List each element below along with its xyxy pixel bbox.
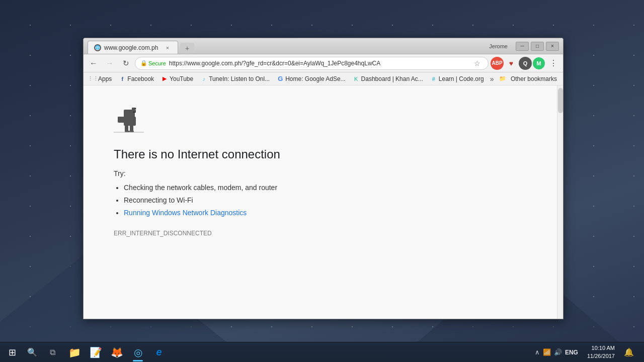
svg-rect-7 <box>118 117 121 121</box>
taskbar-search-button[interactable]: 🔍 <box>22 342 42 363</box>
bookmark-right-area: 📁 Other bookmarks <box>499 74 560 83</box>
chrome-icon: ◎ <box>134 346 142 358</box>
bookmark-khan-label: Dashboard | Khan Ac... <box>361 75 423 82</box>
extensions-area: ABP ♥ Q M <box>491 57 545 70</box>
svg-rect-4 <box>133 112 136 113</box>
other-bookmarks-label: Other bookmarks <box>511 75 557 82</box>
title-bar: 🌐 www.google.com.ph × + Jerome ─ □ × <box>84 38 563 54</box>
user-profile: Jerome <box>489 43 508 49</box>
browser-toolbar: ← → ↻ 🔒 Secure https://www.google.com.ph… <box>84 54 563 72</box>
maximize-button[interactable]: □ <box>531 42 544 51</box>
taskbar-app-edge[interactable]: e <box>149 342 169 363</box>
bookmark-tunein-label: TuneIn: Listen to Onl... <box>209 75 270 82</box>
tab-favicon: 🌐 <box>94 44 101 51</box>
bookmark-folder-icon: 📁 <box>499 75 506 82</box>
dino-illustration <box>114 106 527 135</box>
close-window-button[interactable]: × <box>546 42 559 51</box>
page-main: There is no Internet connection Try: Che… <box>84 85 557 319</box>
try-label: Try: <box>114 169 527 177</box>
heart-extension-button[interactable]: ♥ <box>505 57 518 70</box>
svg-rect-8 <box>125 125 128 132</box>
window-controls: ─ □ × <box>516 42 559 51</box>
tray-icons: ∧ 📶 🔊 ENG <box>531 348 582 356</box>
system-clock[interactable]: 10:10 AM 11/26/2017 <box>583 344 619 360</box>
svg-point-3 <box>135 108 136 110</box>
taskbar-app-chrome[interactable]: ◎ <box>128 342 148 363</box>
taskbar-app-firefox[interactable]: 🦊 <box>107 342 127 363</box>
tab-area: 🌐 www.google.com.ph × + <box>88 38 489 54</box>
notification-button[interactable]: 🔔 <box>620 342 638 363</box>
network-icon[interactable]: 📶 <box>543 348 551 356</box>
codeorg-icon: # <box>430 75 437 82</box>
tunein-icon: ♪ <box>200 75 207 82</box>
secure-badge: 🔒 Secure <box>140 60 166 66</box>
taskbar-right: ∧ 📶 🔊 ENG 10:10 AM 11/26/2017 🔔 <box>531 342 642 363</box>
secure-label: Secure <box>148 60 166 66</box>
forward-button[interactable]: → <box>103 56 117 70</box>
clock-time: 10:10 AM <box>587 344 615 352</box>
profile-avatar-button[interactable]: M <box>533 57 545 69</box>
bookmark-youtube-label: YouTube <box>170 75 193 82</box>
q-extension-button[interactable]: Q <box>519 57 532 70</box>
bookmark-tunein[interactable]: ♪ TuneIn: Listen to Onl... <box>197 74 273 83</box>
back-button[interactable]: ← <box>87 56 101 70</box>
new-tab-button[interactable]: + <box>180 43 194 54</box>
suggestion-2: Reconnecting to Wi-Fi <box>124 194 527 207</box>
bookmark-apps[interactable]: ⋮⋮ Apps <box>87 74 115 83</box>
error-code: ERR_INTERNET_DISCONNECTED <box>114 230 527 237</box>
clock-date: 11/26/2017 <box>587 352 615 360</box>
bookmark-google-ads[interactable]: G Home: Google AdSe... <box>274 74 348 83</box>
bookmark-youtube[interactable]: ▶ YouTube <box>158 74 196 83</box>
minimize-button[interactable]: ─ <box>516 42 529 51</box>
edge-icon: e <box>156 346 162 358</box>
browser-tab-active[interactable]: 🌐 www.google.com.ph × <box>88 41 178 54</box>
tray-up-arrow[interactable]: ∧ <box>535 348 540 356</box>
firefox-icon: 🦊 <box>111 346 123 358</box>
scrollbar-thumb[interactable] <box>558 88 563 113</box>
tab-close-button[interactable]: × <box>164 44 172 52</box>
bookmark-star-button[interactable]: ☆ <box>471 57 483 69</box>
volume-icon[interactable]: 🔊 <box>554 348 562 356</box>
page-content: There is no Internet connection Try: Che… <box>84 85 563 319</box>
task-view-button[interactable]: ⧉ <box>42 342 62 363</box>
desktop: 🌐 www.google.com.ph × + Jerome ─ □ × ← →… <box>0 0 644 362</box>
page-scrollbar[interactable] <box>557 85 563 319</box>
lock-icon: 🔒 <box>140 60 147 66</box>
facebook-icon: f <box>119 75 126 82</box>
suggestion-3: Running Windows Network Diagnostics <box>124 207 527 219</box>
bookmark-more-button[interactable]: » <box>488 74 496 84</box>
bookmark-codeorg[interactable]: # Learn | Code.org <box>427 74 487 83</box>
google-ads-icon: G <box>277 75 284 82</box>
youtube-icon: ▶ <box>161 75 168 82</box>
suggestion-1: Checking the network cables, modem, and … <box>124 182 527 194</box>
diagnostics-link[interactable]: Running Windows Network Diagnostics <box>124 209 247 217</box>
taskbar-app-file-explorer[interactable]: 📁 <box>64 342 85 363</box>
error-suggestions: Checking the network cables, modem, and … <box>124 182 527 220</box>
bookmark-google-ads-label: Home: Google AdSe... <box>285 75 345 82</box>
address-text: https://www.google.com.ph/?gfe_rd=cr&dcr… <box>169 60 468 67</box>
taskbar-app-sticky-notes[interactable]: 📝 <box>86 342 106 363</box>
other-bookmarks[interactable]: Other bookmarks <box>508 74 560 83</box>
sticky-notes-icon: 📝 <box>90 346 102 358</box>
chrome-menu-button[interactable]: ⋮ <box>547 57 560 70</box>
svg-rect-5 <box>124 117 136 126</box>
taskbar: ⊞ 🔍 ⧉ 📁 📝 🦊 ◎ e ∧ 📶 🔊 <box>0 342 644 362</box>
start-button[interactable]: ⊞ <box>2 342 22 363</box>
adblock-extension-button[interactable]: ABP <box>491 57 504 70</box>
bookmarks-bar: ⋮⋮ Apps f Facebook ▶ YouTube ♪ TuneIn: L… <box>84 72 563 85</box>
bookmark-khan[interactable]: K Dashboard | Khan Ac... <box>350 74 426 83</box>
file-explorer-icon: 📁 <box>68 346 81 358</box>
reload-button[interactable]: ↻ <box>119 56 133 70</box>
browser-window: 🌐 www.google.com.ph × + Jerome ─ □ × ← →… <box>83 38 564 319</box>
bookmark-apps-label: Apps <box>98 75 112 82</box>
svg-rect-9 <box>130 125 133 132</box>
tab-title: www.google.com.ph <box>104 44 158 51</box>
khan-icon: K <box>353 75 360 82</box>
taskbar-apps: 📁 📝 🦊 ◎ e <box>64 342 169 363</box>
bookmark-facebook-label: Facebook <box>127 75 154 82</box>
bookmark-facebook[interactable]: f Facebook <box>116 74 157 83</box>
language-indicator[interactable]: ENG <box>565 349 578 356</box>
bookmark-codeorg-label: Learn | Code.org <box>439 75 484 82</box>
error-title: There is no Internet connection <box>114 147 527 161</box>
address-bar[interactable]: 🔒 Secure https://www.google.com.ph/?gfe_… <box>135 57 489 70</box>
